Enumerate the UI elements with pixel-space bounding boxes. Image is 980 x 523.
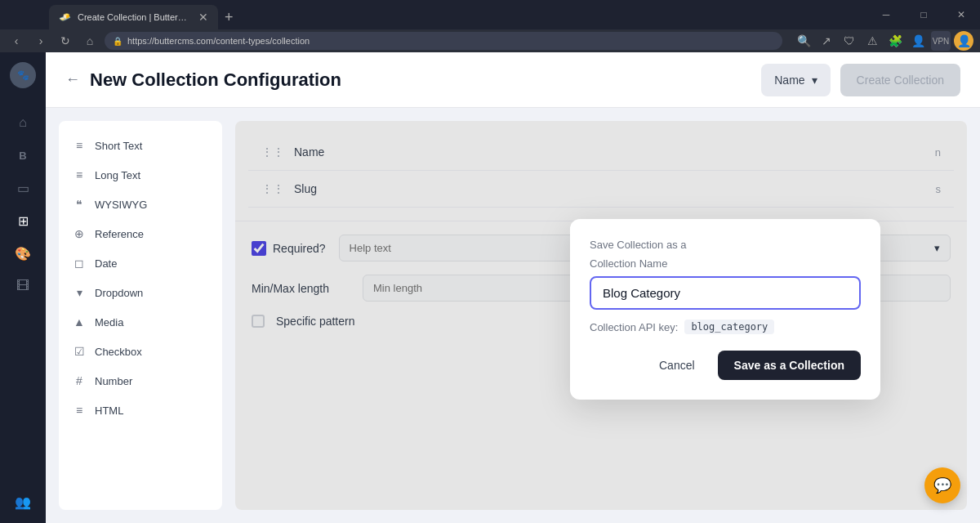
back-browser-button[interactable]: ‹: [7, 31, 26, 51]
field-type-label: Long Text: [95, 169, 140, 181]
field-type-date[interactable]: ◻ Date: [59, 248, 222, 278]
share-icon[interactable]: ↗: [817, 31, 836, 51]
name-dropdown[interactable]: Name ▾: [761, 64, 830, 96]
nav-users[interactable]: 👥: [8, 487, 38, 516]
reload-button[interactable]: ↻: [56, 31, 75, 51]
field-type-label: Short Text: [95, 140, 142, 152]
search-browser-icon[interactable]: 🔍: [794, 31, 813, 51]
address-bar[interactable]: 🔒 https://buttercms.com/content-types/co…: [105, 32, 782, 50]
field-type-label: Number: [95, 375, 132, 387]
collection-name-input[interactable]: [590, 276, 861, 310]
warning-icon: ⚠: [862, 31, 882, 51]
chat-icon: 💬: [933, 476, 951, 494]
page-header: ← New Collection Configuration Name ▾ Cr…: [46, 52, 980, 108]
media-icon: ▲: [72, 315, 87, 329]
shield-icon: 🛡: [840, 31, 859, 51]
nav-avatar[interactable]: 🐾: [10, 62, 36, 88]
field-type-html[interactable]: ≡ HTML: [59, 396, 222, 425]
nav-content[interactable]: ⊞: [8, 206, 38, 235]
cancel-button[interactable]: Cancel: [646, 351, 708, 380]
left-nav: 🐾 ⌂ B ▭ ⊞ 🎨 🎞 👥: [0, 52, 46, 523]
window-controls: ─ □ ✕: [867, 0, 980, 29]
api-key-value: blog_category: [684, 320, 774, 334]
dropdown-icon: ▾: [72, 286, 87, 299]
right-panel: ⋮⋮ n ⋮⋮ s Required?: [235, 121, 967, 510]
checkbox-icon: ☑: [72, 345, 87, 358]
dialog-title: Save Collection as a: [590, 239, 861, 251]
field-type-label: Date: [95, 257, 117, 270]
api-key-label: Collection API key:: [590, 321, 678, 333]
collection-name-label: Collection Name: [590, 257, 861, 270]
close-button[interactable]: ✕: [942, 0, 980, 29]
field-type-label: Dropdown: [95, 287, 143, 299]
save-collection-dialog: Save Collection as a Collection Name Col…: [570, 219, 880, 400]
field-type-wysiwyg[interactable]: ❝ WYSIWYG: [59, 190, 222, 219]
reference-icon: ⊕: [72, 227, 87, 240]
nav-home[interactable]: ⌂: [8, 108, 38, 137]
field-type-short-text[interactable]: ≡ Short Text: [59, 131, 222, 160]
html-icon: ≡: [72, 404, 87, 417]
url-text: https://buttercms.com/content-types/coll…: [127, 36, 310, 46]
field-type-label: Checkbox: [95, 346, 142, 358]
account-avatar[interactable]: 👤: [954, 31, 973, 51]
new-tab-button[interactable]: +: [218, 9, 240, 26]
nav-film[interactable]: 🎞: [8, 271, 38, 301]
extensions-icon[interactable]: 🧩: [885, 31, 905, 51]
chat-button[interactable]: 💬: [924, 467, 960, 503]
vpn-icon[interactable]: VPN: [931, 31, 951, 51]
browser-tab[interactable]: 🧈 Create Collection | ButterCMS ✕: [49, 5, 218, 29]
forward-browser-button[interactable]: ›: [31, 31, 51, 51]
minimize-button[interactable]: ─: [867, 0, 905, 29]
field-type-sidebar: ≡ Short Text ≡ Long Text ❝ WYSIWYG ⊕ Ref…: [59, 121, 222, 510]
field-type-media[interactable]: ▲ Media: [59, 307, 222, 337]
tab-title: Create Collection | ButterCMS: [78, 12, 192, 22]
tab-close-button[interactable]: ✕: [198, 11, 208, 24]
date-icon: ◻: [72, 257, 87, 270]
field-type-label: WYSIWYG: [95, 199, 147, 211]
nav-media[interactable]: 🎨: [8, 239, 38, 268]
long-text-icon: ≡: [72, 168, 87, 181]
home-button[interactable]: ⌂: [80, 31, 100, 51]
field-type-checkbox[interactable]: ☑ Checkbox: [59, 337, 222, 366]
field-type-dropdown[interactable]: ▾ Dropdown: [59, 278, 222, 307]
wysiwyg-icon: ❝: [72, 198, 87, 211]
security-icon: 🔒: [113, 37, 122, 46]
field-type-long-text[interactable]: ≡ Long Text: [59, 160, 222, 190]
maximize-button[interactable]: □: [905, 0, 942, 29]
profile-icon[interactable]: 👤: [908, 31, 928, 51]
name-dropdown-label: Name: [774, 74, 804, 87]
create-collection-button[interactable]: Create Collection: [840, 64, 960, 96]
field-type-label: Reference: [95, 228, 144, 240]
field-type-reference[interactable]: ⊕ Reference: [59, 219, 222, 248]
number-icon: #: [72, 374, 87, 387]
save-as-collection-button[interactable]: Save as a Collection: [718, 351, 861, 380]
nav-pages[interactable]: ▭: [8, 173, 38, 203]
page-title: New Collection Configuration: [90, 69, 341, 91]
field-type-label: HTML: [95, 405, 123, 417]
short-text-icon: ≡: [72, 139, 87, 152]
tab-favicon: 🧈: [59, 11, 71, 23]
nav-blog[interactable]: B: [8, 141, 38, 170]
field-type-number[interactable]: # Number: [59, 366, 222, 396]
back-button[interactable]: ←: [65, 71, 80, 88]
chevron-down-icon: ▾: [812, 74, 817, 87]
field-type-label: Media: [95, 316, 123, 329]
